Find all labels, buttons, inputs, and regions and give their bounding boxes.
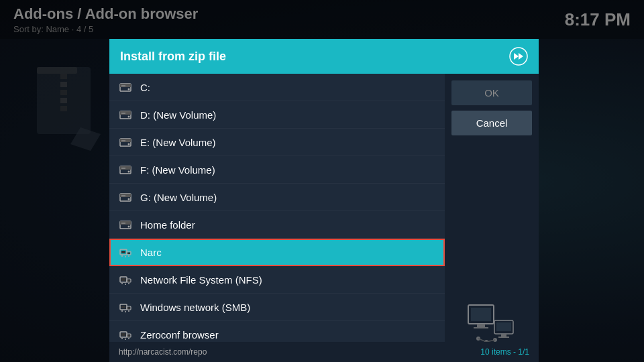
svg-rect-16	[121, 113, 125, 114]
svg-rect-24	[121, 168, 125, 169]
network-icon	[119, 273, 132, 286]
drive-icon	[119, 80, 132, 94]
svg-rect-55	[121, 333, 125, 336]
network-icon	[119, 300, 132, 314]
file-label-f-drive: F: (New Volume)	[140, 164, 215, 176]
drive-icon	[119, 163, 132, 176]
right-panel: OK Cancel	[445, 74, 539, 362]
file-label-e-drive: E: (New Volume)	[140, 137, 216, 148]
file-item-home-folder[interactable]: Home folder	[109, 211, 445, 239]
ok-button[interactable]: OK	[451, 80, 532, 105]
file-item-nfs[interactable]: Network File System (NFS)	[109, 266, 445, 294]
status-url: http://narcacist.com/repo	[119, 347, 480, 357]
kodi-logo-icon	[509, 47, 528, 66]
file-label-zeroconf: Zeroconf browser	[140, 329, 219, 341]
drive-icon	[119, 108, 132, 121]
svg-rect-48	[121, 306, 125, 308]
svg-point-31	[128, 226, 130, 228]
status-count: 10 items - 1/1	[480, 347, 529, 357]
svg-point-27	[128, 198, 130, 200]
file-item-g-drive[interactable]: G: (New Volume)	[109, 184, 445, 211]
svg-rect-28	[121, 196, 125, 196]
file-item-e-drive[interactable]: E: (New Volume)	[109, 129, 445, 156]
file-list[interactable]: C: D: (New Volume) E: (New Volume) F: (N…	[109, 74, 445, 362]
file-label-smb: Windows network (SMB)	[140, 302, 250, 313]
svg-point-37	[121, 255, 123, 257]
network-icon	[119, 245, 132, 259]
modal-title: Install from zip file	[120, 50, 226, 64]
item-count: 10	[480, 347, 489, 357]
drive-icon	[119, 218, 132, 231]
network-icon	[119, 328, 132, 341]
svg-rect-67	[501, 334, 506, 337]
svg-rect-62	[471, 308, 491, 321]
svg-point-45	[125, 284, 126, 285]
file-item-c-drive[interactable]: C:	[109, 74, 445, 101]
svg-point-11	[128, 88, 130, 90]
svg-rect-50	[127, 308, 130, 310]
file-label-nfs: Network File System (NFS)	[140, 274, 262, 286]
file-label-d-drive: D: (New Volume)	[140, 109, 216, 121]
drive-icon	[119, 135, 132, 149]
svg-point-44	[121, 283, 123, 284]
svg-rect-64	[474, 327, 488, 328]
svg-point-23	[128, 171, 130, 173]
svg-rect-43	[127, 280, 130, 282]
svg-point-19	[128, 143, 130, 145]
file-item-narc[interactable]: Narc	[109, 239, 445, 266]
items-label: items -	[492, 347, 518, 357]
file-item-f-drive[interactable]: F: (New Volume)	[109, 156, 445, 184]
svg-point-53	[128, 310, 129, 312]
file-label-narc: Narc	[140, 247, 162, 258]
svg-rect-20	[121, 141, 125, 141]
svg-rect-41	[121, 278, 125, 281]
svg-point-15	[128, 116, 130, 118]
svg-rect-12	[121, 86, 125, 86]
file-item-smb[interactable]: Windows network (SMB)	[109, 294, 445, 321]
svg-point-38	[125, 256, 126, 257]
page-indicator: 1/1	[518, 347, 529, 357]
svg-point-59	[125, 339, 126, 340]
svg-rect-57	[127, 335, 130, 337]
drive-icon	[119, 190, 132, 204]
svg-point-52	[125, 311, 126, 312]
svg-point-51	[121, 310, 123, 312]
svg-point-58	[121, 338, 123, 339]
svg-rect-66	[496, 322, 511, 331]
status-bar: http://narcacist.com/repo 10 items - 1/1	[109, 342, 539, 362]
svg-rect-34	[121, 251, 125, 253]
svg-point-46	[128, 283, 129, 284]
file-label-home-folder: Home folder	[140, 219, 195, 231]
svg-point-60	[128, 338, 129, 339]
file-label-c-drive: C:	[140, 82, 150, 93]
svg-rect-36	[127, 253, 130, 255]
install-dialog: Install from zip file C: D: (New Volume)	[109, 39, 539, 362]
svg-rect-32	[121, 223, 125, 224]
cancel-button[interactable]: Cancel	[451, 111, 532, 135]
file-label-g-drive: G: (New Volume)	[140, 192, 217, 203]
file-item-d-drive[interactable]: D: (New Volume)	[109, 101, 445, 129]
modal-header: Install from zip file	[109, 39, 539, 74]
svg-rect-68	[498, 337, 509, 338]
modal-body: C: D: (New Volume) E: (New Volume) F: (N…	[109, 74, 539, 362]
svg-rect-63	[477, 324, 485, 327]
svg-point-39	[128, 255, 129, 257]
